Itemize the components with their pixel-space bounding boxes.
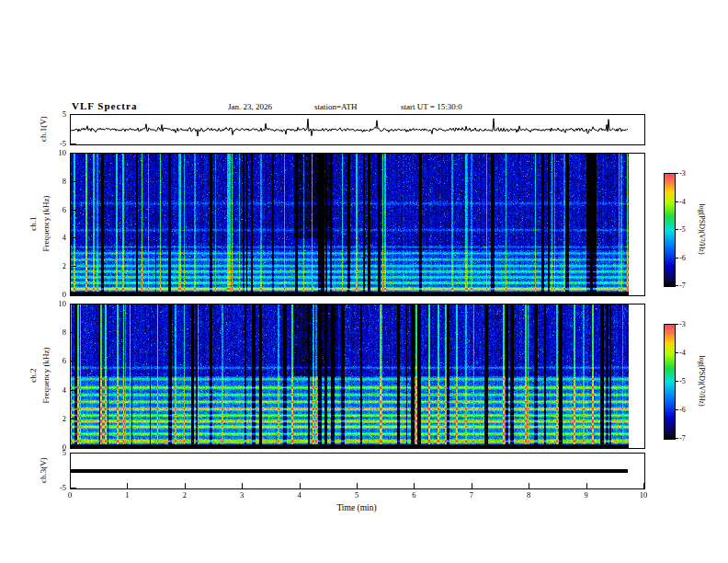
ch2-spectrogram-panel (70, 304, 645, 449)
colorbar-tick-label: -6 (679, 406, 686, 414)
ch1-spectrogram-canvas (71, 154, 644, 295)
ylabel-ch2-channel: ch.2 (28, 368, 38, 382)
x-tick-label: 9 (575, 490, 597, 500)
colorbar-tick-label: -7 (679, 282, 686, 290)
colorbar-tick-mark (676, 285, 678, 286)
y-tick-label: 4 (37, 233, 66, 242)
x-tick-label: 6 (403, 490, 425, 500)
colorbar-ch1-label: log(PSD)(V²/Hz) (698, 203, 706, 254)
vlf-spectra-figure: VLF Spectra Jan. 23, 2026 station=ATH st… (0, 0, 728, 563)
x-tick-mark (70, 483, 71, 488)
colorbar-tick-label: -6 (679, 254, 686, 262)
colorbar-tick-mark (676, 324, 678, 325)
colorbar-tick-label: -5 (679, 377, 686, 385)
x-tick-mark (242, 483, 243, 488)
colorbar-tick-mark (676, 409, 678, 410)
colorbar-tick-label: -4 (679, 198, 686, 206)
x-tick-mark (127, 483, 128, 488)
y-tick-mark (71, 488, 76, 488)
y-tick-mark (71, 153, 76, 154)
x-tick-mark (529, 483, 529, 488)
y-tick-mark (71, 447, 76, 448)
x-tick-label: 0 (59, 490, 81, 500)
y-tick-mark (71, 237, 76, 238)
y-tick-mark (71, 266, 76, 267)
colorbar-tick-mark (676, 352, 678, 353)
y-tick-mark (71, 144, 76, 144)
x-tick-mark (300, 483, 301, 488)
y-tick-label: -5 (37, 139, 66, 148)
colorbar-tick-label: -3 (679, 320, 686, 328)
colorbar-ch2-label: log(PSD)(V²/Hz) (698, 355, 706, 406)
x-tick-label: 8 (518, 490, 540, 500)
colorbar-ch1 (664, 173, 676, 287)
y-tick-label: 0 (37, 290, 66, 299)
y-tick-label: 8 (37, 327, 66, 337)
y-tick-label: 4 (37, 385, 66, 395)
y-tick-mark (71, 304, 76, 304)
y-tick-mark (71, 419, 76, 419)
x-tick-label: 3 (231, 490, 253, 500)
y-tick-mark (71, 210, 76, 211)
y-tick-label: 2 (37, 414, 66, 423)
y-tick-mark (71, 361, 76, 362)
y-tick-label: 2 (37, 261, 66, 270)
colorbar-tick-mark (676, 229, 678, 230)
ch3-voltage-panel (70, 453, 645, 489)
x-tick-label: 1 (116, 490, 138, 500)
y-tick-label: 10 (37, 299, 66, 308)
ylabel-ch1-voltage: ch.1(V) (39, 116, 48, 142)
colorbar-tick-label: -7 (679, 434, 686, 442)
x-tick-mark (185, 483, 186, 488)
x-tick-label: 7 (461, 490, 483, 500)
x-axis-title: Time (min) (70, 503, 643, 512)
y-tick-label: 6 (37, 356, 66, 365)
colorbar-ch1-canvas (665, 174, 675, 286)
colorbar-tick-mark (676, 201, 678, 202)
x-tick-label: 10 (632, 490, 654, 500)
x-tick-label: 5 (346, 490, 368, 500)
y-tick-label: 5 (37, 109, 66, 119)
colorbar-tick-mark (676, 258, 678, 259)
x-tick-label: 2 (174, 490, 196, 500)
y-tick-mark (71, 181, 76, 182)
y-tick-mark (71, 294, 76, 295)
x-tick-mark (414, 483, 415, 488)
station-label: station=ATH (314, 102, 358, 111)
y-tick-mark (71, 114, 76, 115)
y-tick-label: 5 (37, 448, 66, 457)
colorbar-tick-mark (676, 381, 678, 382)
colorbar-tick-mark (676, 173, 678, 174)
x-tick-mark (643, 483, 644, 488)
y-tick-label: 6 (37, 205, 66, 214)
ch1-waveform-canvas (71, 115, 644, 144)
y-tick-label: 8 (37, 177, 66, 186)
y-tick-label: 10 (37, 148, 66, 157)
y-tick-mark (71, 332, 76, 333)
ylabel-ch3-voltage: ch.3(V) (39, 457, 48, 483)
ch2-spectrogram-canvas (71, 304, 644, 448)
colorbar-ch2 (664, 324, 676, 440)
x-tick-mark (472, 483, 472, 488)
colorbar-tick-label: -3 (679, 169, 686, 178)
y-tick-mark (71, 453, 76, 454)
colorbar-tick-mark (676, 438, 678, 439)
ch1-spectrogram-panel (70, 153, 645, 296)
ch3-trace-canvas (71, 454, 644, 488)
start-ut-label: start UT = 15:30:0 (401, 102, 462, 111)
x-tick-mark (357, 483, 358, 488)
y-tick-mark (71, 390, 76, 391)
ch1-voltage-panel (70, 114, 645, 145)
ylabel-ch1-channel: ch.1 (28, 216, 38, 230)
colorbar-tick-label: -5 (679, 225, 686, 234)
ylabel-ch1-frequency: Frequency (kHz) (41, 195, 51, 251)
figure-title: VLF Spectra (72, 100, 137, 111)
colorbar-ch2-canvas (665, 325, 675, 439)
x-tick-mark (586, 483, 587, 488)
x-tick-label: 4 (289, 490, 311, 500)
colorbar-tick-label: -4 (679, 349, 686, 357)
date-label: Jan. 23, 2026 (228, 102, 272, 111)
